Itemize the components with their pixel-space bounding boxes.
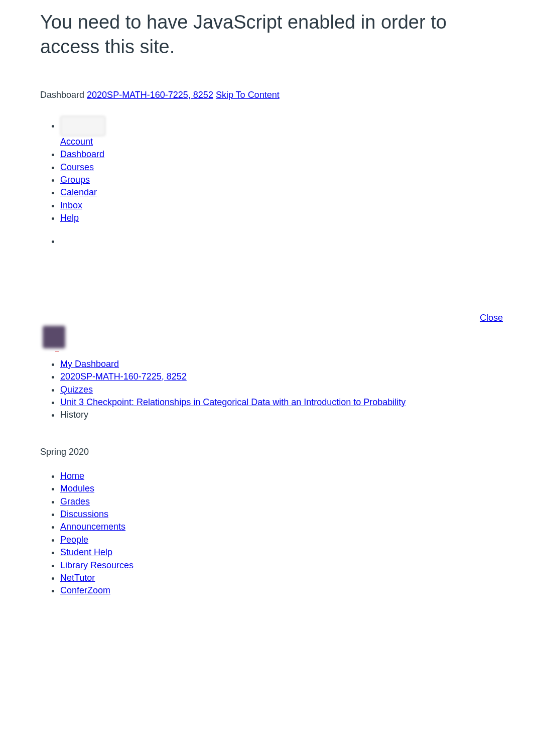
skip-to-content-link[interactable]: Skip To Content [216, 90, 280, 100]
breadcrumb: Dashboard 2020SP-MATH-160-7225, 8252 Ski… [40, 90, 533, 100]
course-nav-nettutor[interactable]: NetTutor [60, 573, 95, 583]
course-nav-grades[interactable]: Grades [60, 496, 90, 507]
nav-inbox-link[interactable]: Inbox [60, 200, 82, 210]
crumb-my-dashboard[interactable]: My Dashboard [60, 359, 119, 369]
close-link[interactable]: Close [480, 313, 503, 323]
page-title: You need to have JavaScript enabled in o… [40, 10, 452, 60]
nav-dashboard-link[interactable]: Dashboard [60, 149, 104, 159]
nav-empty-item [60, 235, 533, 247]
course-nav-modules[interactable]: Modules [60, 483, 94, 493]
course-nav-announcements[interactable]: Announcements [60, 522, 125, 532]
breadcrumb-dashboard: Dashboard [40, 90, 84, 100]
crumb-quiz-title[interactable]: Unit 3 Checkpoint: Relationships in Cate… [60, 397, 406, 407]
account-button-icon[interactable] [60, 116, 105, 136]
avatar[interactable] [43, 326, 65, 348]
nav-courses-link[interactable]: Courses [60, 162, 94, 172]
course-nav-people[interactable]: People [60, 535, 88, 545]
crumbs-list: My Dashboard 2020SP-MATH-160-7225, 8252 … [40, 358, 533, 422]
course-nav-student-help[interactable]: Student Help [60, 547, 112, 557]
course-nav-home[interactable]: Home [60, 471, 84, 481]
close-row: Close [40, 313, 533, 323]
term-label: Spring 2020 [40, 447, 533, 457]
course-nav-discussions[interactable]: Discussions [60, 509, 108, 519]
crumb-history: History [60, 410, 88, 420]
avatar-label: — [55, 349, 533, 353]
avatar-block: — [40, 326, 533, 353]
nav-item-account[interactable]: Account [60, 115, 533, 148]
course-nav-conferzoom[interactable]: ConferZoom [60, 585, 110, 595]
account-link[interactable]: Account [60, 137, 93, 147]
breadcrumb-course-link[interactable]: 2020SP-MATH-160-7225, 8252 [87, 90, 213, 100]
nav-groups-link[interactable]: Groups [60, 175, 90, 185]
nav-help-link[interactable]: Help [60, 213, 79, 223]
nav-calendar-link[interactable]: Calendar [60, 187, 97, 197]
global-nav: Account Dashboard Courses Groups Calenda… [40, 115, 533, 247]
crumb-course[interactable]: 2020SP-MATH-160-7225, 8252 [60, 371, 187, 382]
crumb-quizzes[interactable]: Quizzes [60, 385, 93, 395]
course-nav-library-resources[interactable]: Library Resources [60, 560, 134, 570]
course-nav: Home Modules Grades Discussions Announce… [40, 470, 533, 597]
